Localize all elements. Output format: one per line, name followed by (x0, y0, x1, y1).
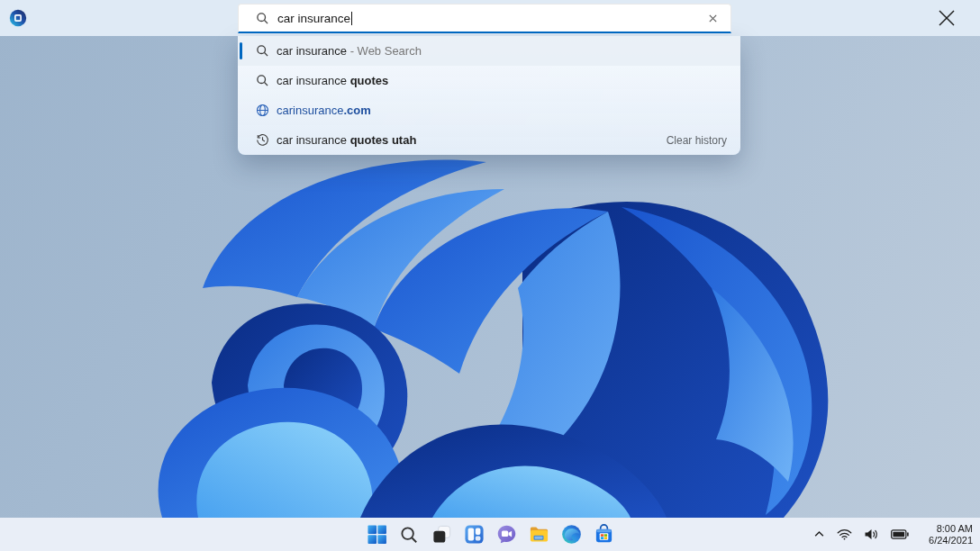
suggestion-text: car insurance quotes utah (277, 133, 416, 147)
clock[interactable]: 8:00 AM 6/24/2021 (921, 523, 973, 546)
record-stop-icon[interactable] (8, 8, 28, 28)
search-suggestions-dropdown: car insurance - Web Search car insurance… (238, 36, 740, 155)
selection-indicator (240, 42, 242, 59)
search-query-text: car insurance (277, 12, 350, 25)
start-button-icon[interactable] (366, 524, 387, 546)
wifi-icon[interactable] (835, 527, 854, 542)
suggestion-history-utah[interactable]: car insurance quotes utah Clear history (238, 125, 740, 155)
suggestion-suffix: - Web Search (347, 44, 422, 58)
history-icon (256, 133, 269, 147)
battery-icon[interactable] (889, 528, 911, 541)
windows-bloom-wallpaper (135, 144, 847, 518)
volume-icon[interactable] (862, 527, 881, 542)
chat-icon[interactable] (495, 524, 517, 546)
desktop-screen: car insurance car insurance - Web Search (0, 0, 980, 551)
suggestion-text: carinsurance.com (277, 104, 371, 117)
system-tray: 8:00 AM 6/24/2021 (812, 518, 973, 551)
edge-browser-icon[interactable] (560, 524, 582, 546)
text-caret (351, 12, 352, 25)
taskbar: 8:00 AM 6/24/2021 (0, 518, 980, 551)
search-icon (256, 12, 269, 25)
suggestion-web-search[interactable]: car insurance - Web Search (238, 36, 740, 66)
search-input[interactable]: car insurance (238, 4, 731, 33)
clear-search-icon[interactable] (705, 11, 721, 26)
search-icon (256, 74, 269, 87)
taskbar-search-icon[interactable] (398, 524, 420, 546)
close-icon[interactable] (937, 8, 957, 28)
taskbar-center-icons (366, 524, 614, 546)
suggestion-text: car insurance quotes (277, 74, 388, 87)
suggestion-carinsurance-com[interactable]: carinsurance.com (238, 95, 740, 125)
chevron-up-icon[interactable] (812, 527, 827, 542)
widgets-icon[interactable] (463, 524, 485, 546)
search-icon (256, 44, 269, 58)
microsoft-store-icon[interactable] (593, 524, 614, 546)
task-view-icon[interactable] (431, 524, 452, 546)
tray-date: 6/24/2021 (921, 535, 973, 546)
suggestion-quotes[interactable]: car insurance quotes (238, 66, 740, 95)
tray-time: 8:00 AM (921, 523, 973, 535)
globe-icon (256, 104, 269, 117)
file-explorer-icon[interactable] (528, 524, 549, 546)
clear-history-button[interactable]: Clear history (667, 134, 727, 147)
suggestion-text: car insurance - Web Search (277, 44, 422, 58)
